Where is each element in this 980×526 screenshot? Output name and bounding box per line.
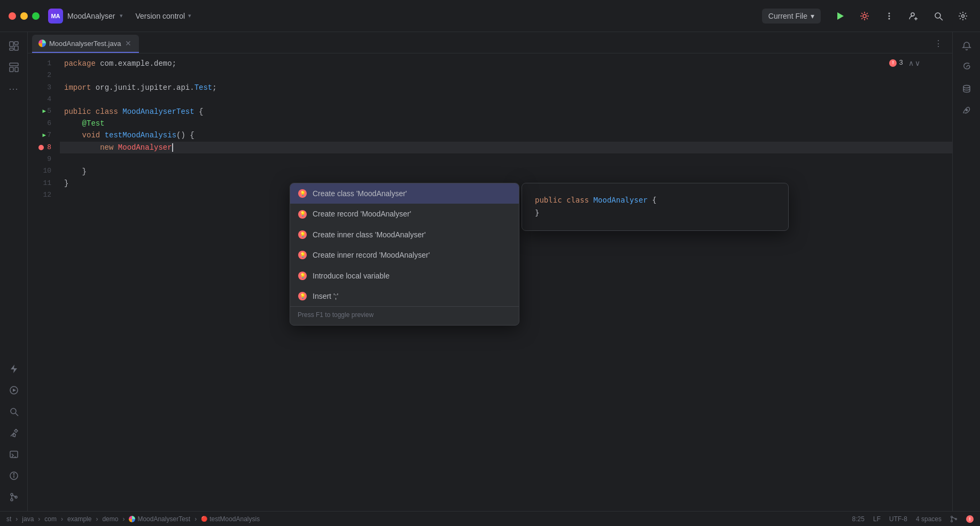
settings-button[interactable] bbox=[954, 7, 971, 25]
sidebar-more-button[interactable]: ··· bbox=[4, 79, 24, 98]
status-error-indicator[interactable]: ! bbox=[966, 515, 974, 523]
svg-marker-18 bbox=[13, 389, 16, 392]
editor-content[interactable]: 1 2 3 4 ▶5 6 ▶7 8 9 10 11 12 bbox=[28, 53, 952, 511]
sidebar-tools-button[interactable] bbox=[4, 423, 24, 443]
version-control-chevron-icon: ▾ bbox=[188, 12, 191, 19]
titlebar-actions bbox=[831, 7, 971, 25]
right-sidebar-db-button[interactable] bbox=[957, 79, 976, 98]
autocomplete-item-2[interactable]: 💡 Create inner class 'MoodAnalyser' bbox=[290, 225, 519, 245]
class-moodanalyser: MoodAnalyser bbox=[118, 142, 172, 153]
sidebar-structure-button[interactable] bbox=[4, 58, 24, 77]
line-num-12: 12 bbox=[28, 189, 60, 201]
run-button[interactable] bbox=[831, 7, 849, 25]
line-num-10: 10 bbox=[28, 166, 60, 177]
minimize-window-button[interactable] bbox=[20, 12, 28, 20]
version-control-label: Version control bbox=[136, 12, 185, 20]
error-badge: ! 3 bbox=[889, 58, 903, 69]
status-error-badge: ! bbox=[966, 515, 974, 523]
code-text: org.junit.jupiter.api. bbox=[91, 82, 194, 94]
maximize-window-button[interactable] bbox=[32, 12, 40, 20]
svg-rect-15 bbox=[15, 67, 18, 72]
code-text: () { bbox=[176, 129, 195, 141]
code-line-10: } bbox=[60, 166, 952, 177]
svg-point-2 bbox=[889, 12, 890, 14]
svg-rect-11 bbox=[14, 46, 18, 50]
status-line-ending[interactable]: LF bbox=[873, 515, 881, 523]
search-button[interactable] bbox=[930, 7, 947, 25]
tab-file-icon bbox=[38, 40, 46, 47]
code-editor[interactable]: ! 3 ∧ ∨ package com.example.demo; imp bbox=[60, 53, 952, 511]
breadcrumb-class-text: MoodAnalyserTest bbox=[137, 515, 190, 523]
right-sidebar-ai-button[interactable] bbox=[957, 100, 976, 120]
autocomplete-item-3[interactable]: 💡 Create inner record 'MoodAnalyser' bbox=[290, 245, 519, 265]
autocomplete-label-2: Create inner class 'MoodAnalyser' bbox=[313, 229, 426, 241]
keyword-public-5: public bbox=[64, 106, 91, 118]
tab-close-button[interactable]: ✕ bbox=[124, 40, 133, 47]
autocomplete-label-5: Insert ';' bbox=[313, 290, 338, 302]
sidebar-info-button[interactable] bbox=[4, 466, 24, 485]
svg-point-25 bbox=[13, 474, 14, 475]
sidebar-lightning-button[interactable] bbox=[4, 359, 24, 378]
svg-rect-9 bbox=[10, 42, 13, 47]
breadcrumb-st: st bbox=[6, 515, 11, 523]
more-options-button[interactable] bbox=[881, 7, 898, 25]
autocomplete-item-0[interactable]: 💡 Create class 'MoodAnalyser' bbox=[290, 183, 519, 204]
tab-more-button[interactable]: ⋮ bbox=[929, 34, 948, 53]
keyword-new: new bbox=[100, 142, 113, 153]
right-sidebar-spiral-button[interactable] bbox=[957, 58, 976, 77]
code-brace: } bbox=[82, 166, 87, 177]
right-sidebar-notifications-button[interactable] bbox=[957, 36, 976, 56]
debug-button[interactable] bbox=[856, 7, 873, 25]
prev-error-button[interactable]: ∧ bbox=[908, 59, 914, 67]
autocomplete-label-4: Introduce local variable bbox=[313, 270, 390, 282]
add-user-button[interactable] bbox=[905, 7, 922, 25]
autocomplete-item-5[interactable]: 💡 Insert ';' bbox=[290, 286, 519, 306]
error-bar: ! 3 ∧ ∨ bbox=[889, 58, 920, 69]
next-error-button[interactable]: ∨ bbox=[915, 59, 920, 67]
sidebar-play-button[interactable] bbox=[4, 381, 24, 400]
class-name-test: MoodAnalyserTest bbox=[122, 106, 194, 118]
preview-kw-class: class bbox=[566, 196, 589, 204]
autocomplete-bulb-icon-4: 💡 bbox=[298, 271, 307, 281]
current-file-button[interactable]: Current File ▾ bbox=[762, 9, 821, 24]
code-indent bbox=[64, 142, 100, 153]
version-control-selector[interactable]: Version control ▾ bbox=[136, 12, 192, 20]
close-window-button[interactable] bbox=[9, 12, 16, 20]
breadcrumb-demo: demo bbox=[102, 515, 118, 523]
error-count: 3 bbox=[899, 58, 903, 69]
breadcrumb-example: example bbox=[67, 515, 91, 523]
autocomplete-bulb-icon-2: 💡 bbox=[298, 230, 307, 239]
sidebar-search-button[interactable] bbox=[4, 402, 24, 421]
code-text bbox=[118, 106, 122, 118]
autocomplete-label-3: Create inner record 'MoodAnalyser' bbox=[313, 249, 430, 261]
svg-point-19 bbox=[11, 408, 16, 414]
project-selector[interactable]: MA MoodAnalyser ▾ bbox=[48, 9, 123, 24]
line-num-3: 3 bbox=[28, 82, 60, 94]
sidebar-file-tree-button[interactable] bbox=[4, 36, 24, 56]
sidebar-terminal-button[interactable] bbox=[4, 445, 24, 464]
preview-cls-name: MoodAnalyser bbox=[594, 196, 648, 204]
status-indent[interactable]: 4 spaces bbox=[916, 515, 942, 523]
status-git-icon[interactable] bbox=[950, 515, 958, 523]
error-navigation: ∧ ∨ bbox=[908, 59, 920, 67]
keyword-void: void bbox=[82, 129, 100, 141]
status-position[interactable]: 8:25 bbox=[852, 515, 865, 523]
current-file-label: Current File bbox=[768, 12, 807, 20]
preview-code-line-2: } bbox=[535, 207, 775, 220]
svg-point-1 bbox=[863, 14, 866, 18]
main-layout: ··· bbox=[0, 32, 980, 511]
line-num-11: 11 bbox=[28, 177, 60, 189]
status-bar: st › java › com › example › demo › MoodA… bbox=[0, 511, 980, 526]
autocomplete-bulb-icon-3: 💡 bbox=[298, 250, 307, 260]
autocomplete-item-1[interactable]: 💡 Create record 'MoodAnalyser' bbox=[290, 204, 519, 224]
svg-rect-21 bbox=[10, 451, 18, 458]
code-brace: } bbox=[64, 177, 68, 189]
autocomplete-item-4[interactable]: 💡 Introduce local variable bbox=[290, 266, 519, 286]
status-encoding[interactable]: UTF-8 bbox=[889, 515, 907, 523]
status-right: 8:25 LF UTF-8 4 spaces ! bbox=[852, 515, 974, 523]
code-indent bbox=[64, 118, 82, 129]
code-line-9 bbox=[60, 153, 952, 165]
tab-moodanalysertest[interactable]: MoodAnalyserTest.java ✕ bbox=[32, 35, 139, 53]
sidebar-git-button[interactable] bbox=[4, 488, 24, 507]
svg-point-4 bbox=[889, 18, 890, 19]
